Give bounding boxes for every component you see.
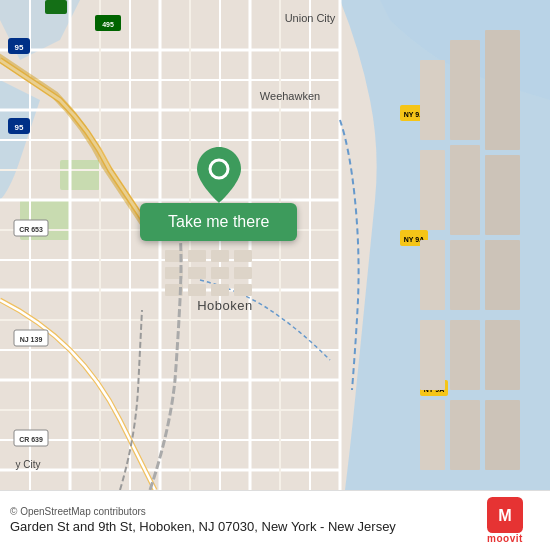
svg-rect-53: [188, 250, 206, 262]
svg-rect-58: [211, 267, 229, 279]
svg-rect-54: [211, 250, 229, 262]
svg-rect-71: [450, 240, 480, 310]
svg-text:y City: y City: [16, 459, 41, 470]
moovit-icon: M: [487, 497, 523, 533]
map-container: 95 95 495 NY 9A NY 9A NY 9A CR 653 NJ 13…: [0, 0, 550, 490]
svg-rect-61: [188, 284, 206, 296]
svg-rect-68: [450, 145, 480, 235]
pin-icon: [197, 147, 241, 203]
svg-text:M: M: [498, 506, 511, 524]
moovit-logo: M moovit: [470, 497, 540, 544]
svg-rect-67: [420, 150, 445, 230]
svg-text:CR 639: CR 639: [19, 436, 43, 443]
svg-text:Hoboken: Hoboken: [197, 298, 253, 313]
map-background: 95 95 495 NY 9A NY 9A NY 9A CR 653 NJ 13…: [0, 0, 550, 490]
svg-rect-76: [420, 400, 445, 470]
svg-rect-63: [234, 284, 252, 296]
svg-text:CR 653: CR 653: [19, 226, 43, 233]
svg-rect-66: [485, 30, 520, 150]
svg-text:95: 95: [15, 43, 24, 52]
svg-rect-77: [450, 400, 480, 470]
svg-rect-59: [234, 267, 252, 279]
svg-rect-35: [45, 0, 67, 14]
take-me-there-button[interactable]: Take me there: [140, 203, 297, 241]
map-pin: [192, 145, 246, 205]
footer: © OpenStreetMap contributors Garden St a…: [0, 490, 550, 550]
svg-rect-69: [485, 155, 520, 235]
address-text: Garden St and 9th St, Hoboken, NJ 07030,…: [10, 519, 470, 536]
svg-rect-55: [234, 250, 252, 262]
svg-rect-78: [485, 400, 520, 470]
svg-rect-1: [60, 160, 100, 190]
svg-rect-73: [420, 320, 445, 390]
svg-rect-57: [188, 267, 206, 279]
svg-rect-64: [420, 60, 445, 140]
svg-rect-74: [450, 320, 480, 390]
svg-rect-65: [450, 40, 480, 140]
svg-text:Weehawken: Weehawken: [260, 90, 320, 102]
moovit-label: moovit: [487, 533, 523, 544]
svg-text:NJ 139: NJ 139: [20, 336, 43, 343]
osm-attribution: © OpenStreetMap contributors: [10, 506, 470, 517]
svg-text:95: 95: [15, 123, 24, 132]
svg-text:495: 495: [102, 21, 114, 28]
svg-rect-72: [485, 240, 520, 310]
svg-text:Union City: Union City: [285, 12, 336, 24]
svg-rect-75: [485, 320, 520, 390]
button-overlay: Take me there: [140, 145, 297, 241]
footer-left: © OpenStreetMap contributors Garden St a…: [10, 506, 470, 536]
svg-rect-62: [211, 284, 229, 296]
svg-rect-70: [420, 240, 445, 310]
